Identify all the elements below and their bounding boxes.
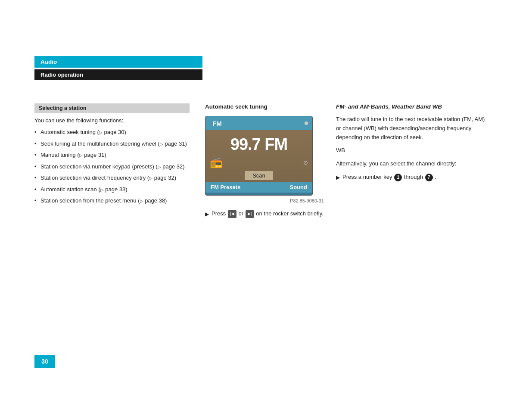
image-caption: P82.85-9080-31 bbox=[205, 198, 326, 203]
scan-button[interactable]: Scan bbox=[245, 171, 273, 180]
press-number-label: Press a number key bbox=[342, 174, 392, 180]
fm-dot-icon bbox=[305, 121, 308, 125]
fm-presets-label: FM Presets bbox=[211, 184, 240, 190]
right-instruction-suffix: . bbox=[435, 174, 436, 180]
right-para2: Alternatively, you can select the channe… bbox=[336, 159, 491, 168]
list-item: Automatic station scan (▷ page 33) bbox=[34, 185, 190, 194]
right-title: FM- and AM-Bands, Weather Band WB bbox=[336, 103, 491, 110]
selecting-station-title: Selecting a station bbox=[39, 105, 86, 111]
next-button-icon: ▶| bbox=[246, 210, 254, 218]
fm-top-bar: FM bbox=[205, 116, 312, 130]
through-label: through bbox=[404, 174, 423, 180]
triangle-icon: ▷ bbox=[158, 164, 161, 170]
auto-presets-label: Auto Presets bbox=[211, 194, 243, 196]
fm-bottom-bar: FM Presets Sound bbox=[205, 182, 312, 193]
list-item: Station selection via direct frequency e… bbox=[34, 174, 190, 182]
list-item: Manual tuning (▷ page 31) bbox=[34, 151, 190, 159]
list-item: Station selection via number keypad (pre… bbox=[34, 162, 190, 171]
triangle-icon: ▷ bbox=[79, 152, 83, 159]
instruction-text: Press |◀ or ▶| on the rocker switch brie… bbox=[212, 209, 324, 218]
right-instruction-text: Press a number key 1 through 7 . bbox=[342, 173, 436, 182]
number-7-badge: 7 bbox=[425, 174, 433, 181]
left-column: Selecting a station You can use the foll… bbox=[34, 103, 190, 208]
instruction-suffix: on the rocker switch briefly. bbox=[256, 210, 324, 217]
right-para1: The radio will tune in to the next recei… bbox=[336, 115, 491, 142]
fm-frequency-display: 99.7 FM bbox=[205, 130, 312, 156]
audio-label: Audio bbox=[40, 59, 57, 65]
right-column: FM- and AM-Bands, Weather Band WB The ra… bbox=[336, 103, 491, 182]
fm-auto-bar: Auto Presets WB bbox=[205, 193, 312, 196]
header-section: Audio Radio operation bbox=[34, 56, 202, 80]
feature-list: Automatic seek tuning (▷ page 30) Seek t… bbox=[34, 128, 190, 205]
list-item: Station selection from the preset menu (… bbox=[34, 196, 190, 205]
triangle-icon: ▷ bbox=[99, 129, 103, 136]
page-number: 30 bbox=[34, 355, 55, 368]
middle-instruction: ▶ Press |◀ or ▶| on the rocker switch br… bbox=[205, 209, 326, 218]
list-item: Automatic seek tuning (▷ page 30) bbox=[34, 128, 190, 137]
wb-label-bottom: WB bbox=[298, 194, 307, 196]
selecting-station-header: Selecting a station bbox=[34, 103, 190, 113]
right-instruction: ▶ Press a number key 1 through 7 . bbox=[336, 173, 491, 182]
number-1-badge: 1 bbox=[394, 174, 402, 181]
left-intro: You can use the following functions: bbox=[34, 117, 190, 124]
audio-header-bar: Audio bbox=[34, 56, 202, 68]
cd-icon: ⊙ bbox=[303, 159, 308, 166]
fm-display: FM 99.7 FM 📻 ⊙ Scan FM Presets Sound Aut… bbox=[205, 116, 313, 196]
press-label: Press bbox=[212, 210, 226, 217]
radio-label: Radio operation bbox=[40, 72, 83, 78]
prev-button-icon: |◀ bbox=[228, 210, 236, 218]
list-item: Seek tuning at the multifunction steerin… bbox=[34, 140, 190, 148]
arrow-bullet-icon: ▶ bbox=[205, 210, 209, 218]
triangle-icon: ▷ bbox=[149, 175, 152, 181]
right-wb-label: WB bbox=[336, 146, 491, 155]
middle-column: Automatic seek tuning FM 99.7 FM 📻 ⊙ Sca… bbox=[205, 103, 326, 218]
fm-band-label: FM bbox=[212, 120, 222, 127]
frequency-value: 99.7 FM bbox=[230, 135, 287, 153]
triangle-icon: ▷ bbox=[160, 141, 163, 147]
fm-icon-area: 📻 ⊙ bbox=[205, 156, 312, 169]
radio-header-bar: Radio operation bbox=[34, 69, 202, 80]
right-arrow-bullet-icon: ▶ bbox=[336, 174, 340, 182]
triangle-icon: ▷ bbox=[100, 187, 104, 193]
triangle-icon: ▷ bbox=[140, 198, 143, 204]
radio-antenna-icon: 📻 bbox=[210, 156, 223, 168]
middle-title: Automatic seek tuning bbox=[205, 103, 326, 110]
sound-label: Sound bbox=[290, 184, 307, 190]
or-label: or bbox=[238, 210, 243, 217]
